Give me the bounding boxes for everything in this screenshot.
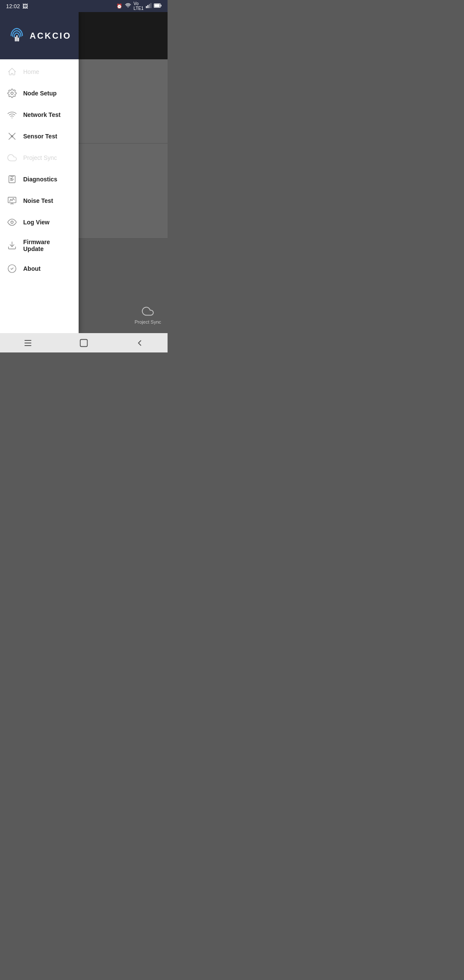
download-icon: [7, 240, 17, 251]
status-icons: ⏰ VoLTE1: [116, 1, 162, 11]
sidebar-item-project-sync[interactable]: Project Sync: [0, 147, 79, 168]
node-setup-label: Node Setup: [23, 90, 57, 97]
clipboard-icon: [7, 174, 17, 184]
svg-rect-9: [16, 35, 18, 41]
nav-bar: [0, 333, 168, 352]
logo-text: ACKCIO: [30, 31, 71, 41]
status-time: 12:02 🖼: [6, 3, 28, 9]
svg-rect-19: [8, 197, 16, 203]
right-middle-bottom: [79, 144, 168, 238]
chart-icon: [7, 196, 17, 206]
recents-icon: [24, 340, 31, 346]
screen: 12:02 🖼 ⏰ VoLTE1: [0, 0, 168, 352]
signal-bars-icon: [146, 3, 152, 9]
sidebar-item-firmware-update[interactable]: Firmware Update: [0, 233, 79, 258]
sensor-test-label: Sensor Test: [23, 133, 57, 140]
firmware-update-label: Firmware Update: [23, 239, 72, 252]
bottom-bar-items: Project Sync: [79, 301, 168, 329]
noise-test-label: Noise Test: [23, 197, 53, 204]
cloud-bottom-icon: [142, 305, 154, 317]
alarm-icon: ⏰: [116, 3, 122, 9]
sidebar-item-home[interactable]: Home: [0, 61, 79, 83]
ackcio-logo-icon: [7, 26, 26, 45]
logo-container: ACKCIO: [7, 26, 71, 45]
back-button[interactable]: [129, 334, 150, 352]
sidebar-item-network-test[interactable]: Network Test: [0, 104, 79, 126]
back-icon: [135, 338, 144, 348]
signal-icon: [7, 110, 17, 120]
right-panel: Project Sync: [79, 12, 168, 333]
sidebar-item-log-view[interactable]: Log View: [0, 211, 79, 233]
diagnostics-label: Diagnostics: [23, 176, 57, 183]
svg-rect-3: [149, 4, 150, 8]
svg-rect-6: [154, 4, 159, 7]
home-nav-icon: [79, 338, 89, 348]
sidebar-header: ACKCIO: [0, 12, 79, 59]
gear-icon: [7, 88, 17, 98]
svg-rect-4: [150, 3, 151, 8]
svg-point-11: [11, 92, 13, 95]
svg-point-0: [128, 7, 128, 8]
svg-rect-7: [161, 5, 162, 6]
svg-rect-10: [18, 37, 19, 41]
network-test-label: Network Test: [23, 111, 61, 118]
home-icon: [7, 67, 17, 77]
recents-button[interactable]: [17, 334, 39, 352]
cloud-icon: [7, 153, 17, 163]
status-bar: 12:02 🖼 ⏰ VoLTE1: [0, 0, 168, 12]
sidebar-item-diagnostics[interactable]: Diagnostics: [0, 168, 79, 190]
menu-list: Home Node Setup: [0, 59, 79, 333]
project-sync-label: Project Sync: [23, 154, 57, 161]
svg-rect-1: [146, 6, 147, 8]
svg-rect-2: [147, 5, 148, 8]
sidebar-item-sensor-test[interactable]: Sensor Test: [0, 126, 79, 147]
svg-rect-8: [15, 37, 16, 42]
project-sync-bottom-label: Project Sync: [134, 319, 161, 325]
sidebar-item-about[interactable]: About: [0, 258, 79, 279]
battery-icon: [154, 3, 162, 9]
svg-point-22: [11, 221, 13, 224]
home-button[interactable]: [73, 334, 95, 352]
sidebar-item-noise-test[interactable]: Noise Test: [0, 190, 79, 211]
right-bottom: Project Sync: [79, 239, 168, 333]
sidebar: ACKCIO Home: [0, 12, 79, 333]
lte-icon: VoLTE1: [134, 1, 143, 11]
content-area: ACKCIO Home: [0, 12, 168, 333]
wifi-icon: [125, 3, 131, 9]
home-label: Home: [23, 68, 39, 75]
tool-icon: [7, 131, 17, 141]
right-top-dark: [79, 12, 168, 59]
svg-rect-25: [80, 339, 88, 346]
screenshot-icon: 🖼: [22, 3, 28, 9]
eye-icon: [7, 217, 17, 227]
time-display: 12:02: [6, 3, 20, 9]
about-label: About: [23, 265, 40, 272]
project-sync-bottom[interactable]: Project Sync: [134, 305, 161, 325]
sidebar-item-node-setup[interactable]: Node Setup: [0, 83, 79, 104]
log-view-label: Log View: [23, 219, 49, 226]
right-middle-top: [79, 59, 168, 143]
check-circle-icon: [7, 263, 17, 274]
